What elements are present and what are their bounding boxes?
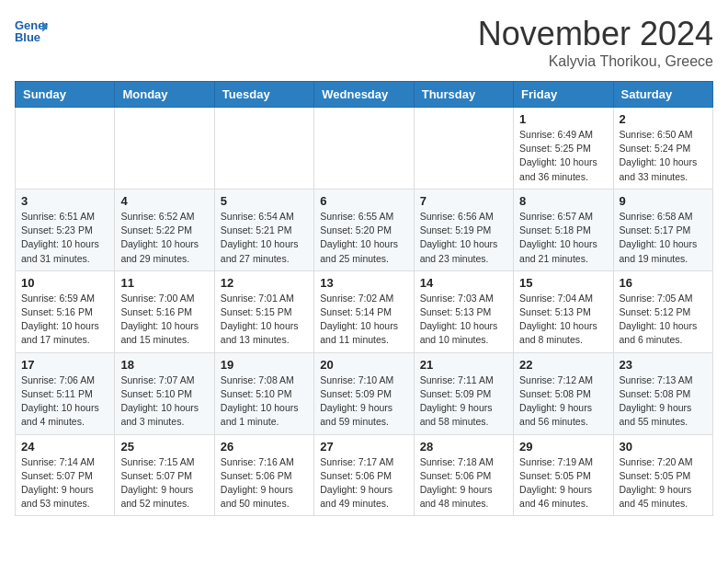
day-number: 12 [221,276,308,290]
calendar-table: SundayMondayTuesdayWednesdayThursdayFrid… [15,81,713,516]
day-cell: 1Sunrise: 6:49 AMSunset: 5:25 PMDaylight… [514,108,613,190]
weekday-header-monday: Monday [115,82,214,108]
day-number: 27 [320,440,407,454]
location-subtitle: Kalyvia Thorikou, Greece [478,53,713,70]
day-cell: 30Sunrise: 7:20 AMSunset: 5:05 PMDayligh… [613,434,712,516]
day-info: Sunrise: 6:52 AMSunset: 5:22 PMDaylight:… [120,210,208,266]
day-info: Sunrise: 6:55 AMSunset: 5:20 PMDaylight:… [320,210,407,266]
day-cell: 29Sunrise: 7:19 AMSunset: 5:05 PMDayligh… [514,434,613,516]
day-number: 3 [21,194,108,208]
weekday-header-saturday: Saturday [613,82,712,108]
day-info: Sunrise: 7:20 AMSunset: 5:05 PMDaylight:… [620,455,707,511]
month-title: November 2024 [478,15,713,53]
day-info: Sunrise: 6:51 AMSunset: 5:23 PMDaylight:… [21,210,108,266]
day-number: 10 [21,276,108,290]
day-number: 22 [519,358,607,372]
day-info: Sunrise: 7:06 AMSunset: 5:11 PMDaylight:… [21,373,108,430]
weekday-header-wednesday: Wednesday [314,82,414,108]
day-info: Sunrise: 7:13 AMSunset: 5:08 PMDaylight:… [620,373,707,430]
day-cell: 5Sunrise: 6:54 AMSunset: 5:21 PMDaylight… [214,189,313,270]
day-cell: 2Sunrise: 6:50 AMSunset: 5:24 PMDaylight… [613,108,712,190]
day-cell: 27Sunrise: 7:17 AMSunset: 5:06 PMDayligh… [314,434,414,516]
day-cell: 19Sunrise: 7:08 AMSunset: 5:10 PMDayligh… [214,352,313,434]
day-cell [16,108,115,190]
weekday-header-sunday: Sunday [16,82,115,108]
day-number: 25 [120,440,208,454]
day-info: Sunrise: 7:10 AMSunset: 5:09 PMDaylight:… [320,373,407,430]
week-row-4: 17Sunrise: 7:06 AMSunset: 5:11 PMDayligh… [16,352,713,434]
day-cell: 15Sunrise: 7:04 AMSunset: 5:13 PMDayligh… [514,270,613,352]
day-info: Sunrise: 7:04 AMSunset: 5:13 PMDaylight:… [519,292,607,348]
day-number: 26 [221,440,308,454]
day-cell: 9Sunrise: 6:58 AMSunset: 5:17 PMDaylight… [613,189,712,270]
svg-text:Blue: Blue [15,30,40,44]
day-number: 16 [620,276,707,290]
day-number: 6 [320,194,407,208]
day-cell: 23Sunrise: 7:13 AMSunset: 5:08 PMDayligh… [613,352,712,434]
day-cell: 14Sunrise: 7:03 AMSunset: 5:13 PMDayligh… [414,270,513,352]
day-number: 4 [120,194,208,208]
day-cell: 18Sunrise: 7:07 AMSunset: 5:10 PMDayligh… [115,352,214,434]
day-info: Sunrise: 7:03 AMSunset: 5:13 PMDaylight:… [420,292,507,348]
day-cell [314,108,414,190]
day-info: Sunrise: 7:01 AMSunset: 5:15 PMDaylight:… [221,292,308,348]
weekday-header-tuesday: Tuesday [214,82,313,108]
title-block: November 2024 Kalyvia Thorikou, Greece [478,15,713,70]
day-cell: 20Sunrise: 7:10 AMSunset: 5:09 PMDayligh… [314,352,414,434]
day-cell [115,108,214,190]
day-info: Sunrise: 6:59 AMSunset: 5:16 PMDaylight:… [21,292,108,348]
day-cell: 24Sunrise: 7:14 AMSunset: 5:07 PMDayligh… [16,434,115,516]
week-row-3: 10Sunrise: 6:59 AMSunset: 5:16 PMDayligh… [16,270,713,352]
day-info: Sunrise: 7:11 AMSunset: 5:09 PMDaylight:… [420,373,507,430]
day-number: 5 [221,194,308,208]
day-cell: 17Sunrise: 7:06 AMSunset: 5:11 PMDayligh… [16,352,115,434]
day-number: 29 [519,440,607,454]
week-row-1: 1Sunrise: 6:49 AMSunset: 5:25 PMDaylight… [16,108,713,190]
day-info: Sunrise: 7:12 AMSunset: 5:08 PMDaylight:… [519,373,607,430]
day-info: Sunrise: 7:14 AMSunset: 5:07 PMDaylight:… [21,455,108,511]
day-info: Sunrise: 6:49 AMSunset: 5:25 PMDaylight:… [519,128,607,184]
weekday-header-row: SundayMondayTuesdayWednesdayThursdayFrid… [16,82,713,108]
day-cell: 8Sunrise: 6:57 AMSunset: 5:18 PMDaylight… [514,189,613,270]
day-number: 1 [519,112,607,126]
day-info: Sunrise: 7:19 AMSunset: 5:05 PMDaylight:… [519,455,607,511]
day-cell: 28Sunrise: 7:18 AMSunset: 5:06 PMDayligh… [414,434,513,516]
day-cell [414,108,513,190]
day-info: Sunrise: 7:15 AMSunset: 5:07 PMDaylight:… [120,455,208,511]
day-number: 30 [620,440,707,454]
logo-icon: General Blue [15,15,48,48]
day-cell: 13Sunrise: 7:02 AMSunset: 5:14 PMDayligh… [314,270,414,352]
day-number: 8 [519,194,607,208]
logo: General Blue [15,15,48,48]
page-header: General Blue November 2024 Kalyvia Thori… [15,15,713,70]
day-number: 24 [21,440,108,454]
day-cell: 21Sunrise: 7:11 AMSunset: 5:09 PMDayligh… [414,352,513,434]
day-number: 23 [620,358,707,372]
day-cell: 25Sunrise: 7:15 AMSunset: 5:07 PMDayligh… [115,434,214,516]
weekday-header-thursday: Thursday [414,82,513,108]
day-number: 18 [120,358,208,372]
day-cell: 16Sunrise: 7:05 AMSunset: 5:12 PMDayligh… [613,270,712,352]
day-info: Sunrise: 7:00 AMSunset: 5:16 PMDaylight:… [120,292,208,348]
day-info: Sunrise: 7:08 AMSunset: 5:10 PMDaylight:… [221,373,308,430]
day-number: 19 [221,358,308,372]
day-number: 15 [519,276,607,290]
week-row-2: 3Sunrise: 6:51 AMSunset: 5:23 PMDaylight… [16,189,713,270]
weekday-header-friday: Friday [514,82,613,108]
day-number: 11 [120,276,208,290]
day-info: Sunrise: 6:54 AMSunset: 5:21 PMDaylight:… [221,210,308,266]
day-info: Sunrise: 6:50 AMSunset: 5:24 PMDaylight:… [620,128,707,184]
day-number: 14 [420,276,507,290]
day-number: 21 [420,358,507,372]
day-cell: 3Sunrise: 6:51 AMSunset: 5:23 PMDaylight… [16,189,115,270]
day-number: 2 [620,112,707,126]
day-info: Sunrise: 7:02 AMSunset: 5:14 PMDaylight:… [320,292,407,348]
day-number: 9 [620,194,707,208]
day-number: 7 [420,194,507,208]
day-cell: 7Sunrise: 6:56 AMSunset: 5:19 PMDaylight… [414,189,513,270]
day-info: Sunrise: 6:58 AMSunset: 5:17 PMDaylight:… [620,210,707,266]
day-info: Sunrise: 7:07 AMSunset: 5:10 PMDaylight:… [120,373,208,430]
day-number: 28 [420,440,507,454]
day-info: Sunrise: 7:16 AMSunset: 5:06 PMDaylight:… [221,455,308,511]
day-cell [214,108,313,190]
